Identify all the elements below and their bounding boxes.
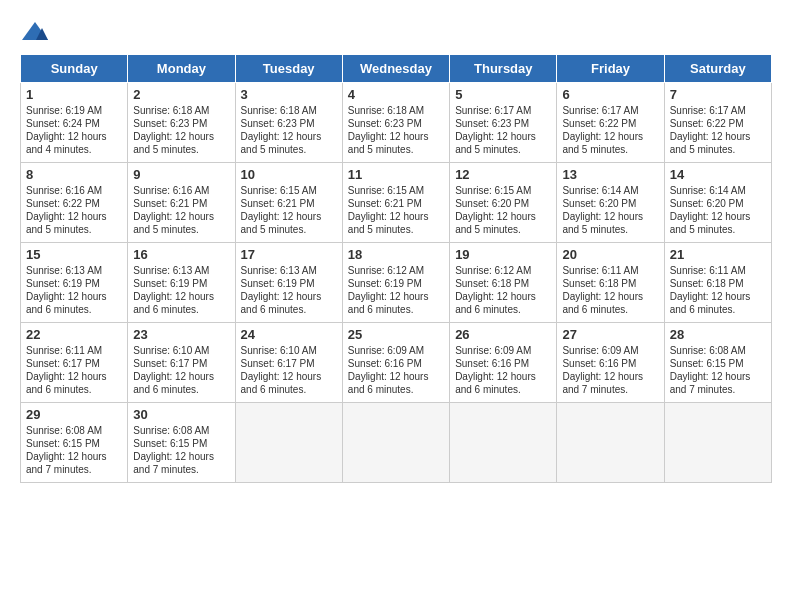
cell-info: Sunrise: 6:15 AMSunset: 6:20 PMDaylight:…: [455, 185, 536, 235]
weekday-header-sunday: Sunday: [21, 55, 128, 83]
weekday-header-saturday: Saturday: [664, 55, 771, 83]
day-number: 9: [133, 167, 229, 182]
calendar-cell: 9 Sunrise: 6:16 AMSunset: 6:21 PMDayligh…: [128, 163, 235, 243]
calendar-cell: 25 Sunrise: 6:09 AMSunset: 6:16 PMDaylig…: [342, 323, 449, 403]
day-number: 23: [133, 327, 229, 342]
cell-info: Sunrise: 6:09 AMSunset: 6:16 PMDaylight:…: [348, 345, 429, 395]
calendar-cell: 15 Sunrise: 6:13 AMSunset: 6:19 PMDaylig…: [21, 243, 128, 323]
day-number: 29: [26, 407, 122, 422]
calendar-cell: 14 Sunrise: 6:14 AMSunset: 6:20 PMDaylig…: [664, 163, 771, 243]
calendar-cell: 26 Sunrise: 6:09 AMSunset: 6:16 PMDaylig…: [450, 323, 557, 403]
day-number: 18: [348, 247, 444, 262]
calendar-cell: 23 Sunrise: 6:10 AMSunset: 6:17 PMDaylig…: [128, 323, 235, 403]
day-number: 12: [455, 167, 551, 182]
cell-info: Sunrise: 6:15 AMSunset: 6:21 PMDaylight:…: [241, 185, 322, 235]
cell-info: Sunrise: 6:08 AMSunset: 6:15 PMDaylight:…: [670, 345, 751, 395]
day-number: 25: [348, 327, 444, 342]
calendar-cell: [557, 403, 664, 483]
cell-info: Sunrise: 6:12 AMSunset: 6:19 PMDaylight:…: [348, 265, 429, 315]
cell-info: Sunrise: 6:15 AMSunset: 6:21 PMDaylight:…: [348, 185, 429, 235]
weekday-header-tuesday: Tuesday: [235, 55, 342, 83]
day-number: 11: [348, 167, 444, 182]
calendar-cell: 11 Sunrise: 6:15 AMSunset: 6:21 PMDaylig…: [342, 163, 449, 243]
cell-info: Sunrise: 6:14 AMSunset: 6:20 PMDaylight:…: [562, 185, 643, 235]
cell-info: Sunrise: 6:10 AMSunset: 6:17 PMDaylight:…: [241, 345, 322, 395]
weekday-header-row: SundayMondayTuesdayWednesdayThursdayFrid…: [21, 55, 772, 83]
day-number: 15: [26, 247, 122, 262]
day-number: 2: [133, 87, 229, 102]
cell-info: Sunrise: 6:12 AMSunset: 6:18 PMDaylight:…: [455, 265, 536, 315]
calendar-week-3: 15 Sunrise: 6:13 AMSunset: 6:19 PMDaylig…: [21, 243, 772, 323]
cell-info: Sunrise: 6:18 AMSunset: 6:23 PMDaylight:…: [241, 105, 322, 155]
day-number: 26: [455, 327, 551, 342]
day-number: 1: [26, 87, 122, 102]
calendar-cell: 24 Sunrise: 6:10 AMSunset: 6:17 PMDaylig…: [235, 323, 342, 403]
day-number: 13: [562, 167, 658, 182]
day-number: 21: [670, 247, 766, 262]
calendar-cell: 16 Sunrise: 6:13 AMSunset: 6:19 PMDaylig…: [128, 243, 235, 323]
calendar-cell: [235, 403, 342, 483]
logo: [20, 20, 54, 44]
calendar-cell: 13 Sunrise: 6:14 AMSunset: 6:20 PMDaylig…: [557, 163, 664, 243]
cell-info: Sunrise: 6:17 AMSunset: 6:22 PMDaylight:…: [562, 105, 643, 155]
calendar-cell: 1 Sunrise: 6:19 AMSunset: 6:24 PMDayligh…: [21, 83, 128, 163]
day-number: 27: [562, 327, 658, 342]
calendar-cell: [664, 403, 771, 483]
calendar-cell: 20 Sunrise: 6:11 AMSunset: 6:18 PMDaylig…: [557, 243, 664, 323]
cell-info: Sunrise: 6:11 AMSunset: 6:18 PMDaylight:…: [562, 265, 643, 315]
calendar-table: SundayMondayTuesdayWednesdayThursdayFrid…: [20, 54, 772, 483]
cell-info: Sunrise: 6:08 AMSunset: 6:15 PMDaylight:…: [133, 425, 214, 475]
weekday-header-wednesday: Wednesday: [342, 55, 449, 83]
calendar-cell: 6 Sunrise: 6:17 AMSunset: 6:22 PMDayligh…: [557, 83, 664, 163]
day-number: 3: [241, 87, 337, 102]
calendar-cell: 3 Sunrise: 6:18 AMSunset: 6:23 PMDayligh…: [235, 83, 342, 163]
calendar-cell: 19 Sunrise: 6:12 AMSunset: 6:18 PMDaylig…: [450, 243, 557, 323]
calendar-cell: 10 Sunrise: 6:15 AMSunset: 6:21 PMDaylig…: [235, 163, 342, 243]
cell-info: Sunrise: 6:11 AMSunset: 6:17 PMDaylight:…: [26, 345, 107, 395]
cell-info: Sunrise: 6:13 AMSunset: 6:19 PMDaylight:…: [26, 265, 107, 315]
cell-info: Sunrise: 6:16 AMSunset: 6:22 PMDaylight:…: [26, 185, 107, 235]
calendar-cell: 28 Sunrise: 6:08 AMSunset: 6:15 PMDaylig…: [664, 323, 771, 403]
day-number: 22: [26, 327, 122, 342]
cell-info: Sunrise: 6:09 AMSunset: 6:16 PMDaylight:…: [455, 345, 536, 395]
calendar-cell: [342, 403, 449, 483]
day-number: 28: [670, 327, 766, 342]
calendar-cell: 22 Sunrise: 6:11 AMSunset: 6:17 PMDaylig…: [21, 323, 128, 403]
day-number: 14: [670, 167, 766, 182]
day-number: 8: [26, 167, 122, 182]
cell-info: Sunrise: 6:10 AMSunset: 6:17 PMDaylight:…: [133, 345, 214, 395]
calendar-cell: 18 Sunrise: 6:12 AMSunset: 6:19 PMDaylig…: [342, 243, 449, 323]
calendar-cell: 4 Sunrise: 6:18 AMSunset: 6:23 PMDayligh…: [342, 83, 449, 163]
weekday-header-friday: Friday: [557, 55, 664, 83]
calendar-cell: 8 Sunrise: 6:16 AMSunset: 6:22 PMDayligh…: [21, 163, 128, 243]
day-number: 17: [241, 247, 337, 262]
cell-info: Sunrise: 6:11 AMSunset: 6:18 PMDaylight:…: [670, 265, 751, 315]
cell-info: Sunrise: 6:17 AMSunset: 6:23 PMDaylight:…: [455, 105, 536, 155]
calendar-week-2: 8 Sunrise: 6:16 AMSunset: 6:22 PMDayligh…: [21, 163, 772, 243]
day-number: 19: [455, 247, 551, 262]
calendar-cell: 27 Sunrise: 6:09 AMSunset: 6:16 PMDaylig…: [557, 323, 664, 403]
calendar-cell: 30 Sunrise: 6:08 AMSunset: 6:15 PMDaylig…: [128, 403, 235, 483]
day-number: 16: [133, 247, 229, 262]
cell-info: Sunrise: 6:16 AMSunset: 6:21 PMDaylight:…: [133, 185, 214, 235]
day-number: 10: [241, 167, 337, 182]
cell-info: Sunrise: 6:18 AMSunset: 6:23 PMDaylight:…: [133, 105, 214, 155]
cell-info: Sunrise: 6:14 AMSunset: 6:20 PMDaylight:…: [670, 185, 751, 235]
day-number: 6: [562, 87, 658, 102]
weekday-header-monday: Monday: [128, 55, 235, 83]
calendar-cell: 29 Sunrise: 6:08 AMSunset: 6:15 PMDaylig…: [21, 403, 128, 483]
calendar-cell: 5 Sunrise: 6:17 AMSunset: 6:23 PMDayligh…: [450, 83, 557, 163]
calendar-cell: 12 Sunrise: 6:15 AMSunset: 6:20 PMDaylig…: [450, 163, 557, 243]
day-number: 7: [670, 87, 766, 102]
calendar-cell: 2 Sunrise: 6:18 AMSunset: 6:23 PMDayligh…: [128, 83, 235, 163]
calendar-cell: [450, 403, 557, 483]
cell-info: Sunrise: 6:13 AMSunset: 6:19 PMDaylight:…: [133, 265, 214, 315]
cell-info: Sunrise: 6:08 AMSunset: 6:15 PMDaylight:…: [26, 425, 107, 475]
calendar-week-1: 1 Sunrise: 6:19 AMSunset: 6:24 PMDayligh…: [21, 83, 772, 163]
cell-info: Sunrise: 6:18 AMSunset: 6:23 PMDaylight:…: [348, 105, 429, 155]
calendar-cell: 17 Sunrise: 6:13 AMSunset: 6:19 PMDaylig…: [235, 243, 342, 323]
weekday-header-thursday: Thursday: [450, 55, 557, 83]
cell-info: Sunrise: 6:17 AMSunset: 6:22 PMDaylight:…: [670, 105, 751, 155]
cell-info: Sunrise: 6:13 AMSunset: 6:19 PMDaylight:…: [241, 265, 322, 315]
day-number: 5: [455, 87, 551, 102]
